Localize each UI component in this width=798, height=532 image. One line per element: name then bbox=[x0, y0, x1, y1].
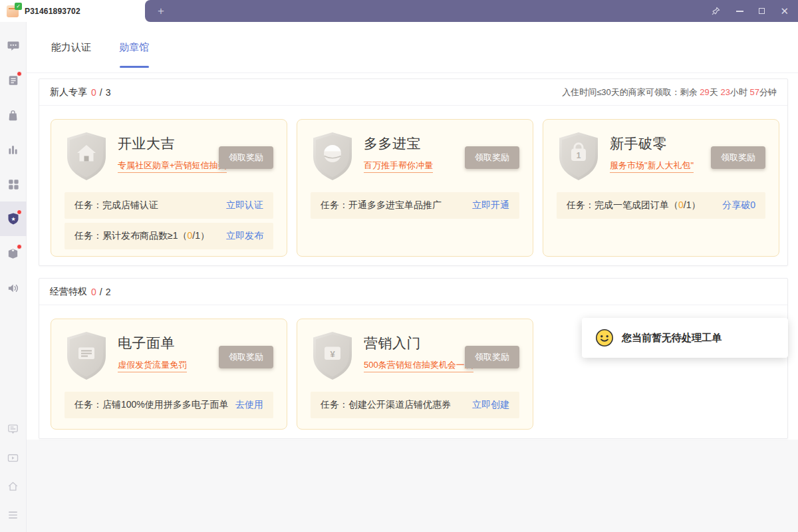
badge-card-grand-opening: 开业大吉 专属社区勋章+营销短信抽奖 领取奖励 任务：完成店铺认证 立即认证 任… bbox=[51, 119, 287, 257]
billboard-icon[interactable] bbox=[0, 415, 27, 444]
section-business-privileges: 经营特权 0 / 2 bbox=[39, 278, 788, 439]
countdown-note: 入住时间≤30天的商家可领取：剩余 29天 23小时 57分钟 bbox=[562, 86, 777, 98]
new-tab-button[interactable]: + bbox=[158, 5, 164, 17]
smiley-icon bbox=[595, 329, 614, 347]
sidebar-bottom-group bbox=[0, 415, 27, 532]
shield-house-icon bbox=[65, 131, 108, 184]
progress-total: 2 bbox=[106, 287, 111, 297]
task-row: 任务：完成一笔成团订单（0/1） 分享破0 bbox=[557, 192, 765, 219]
badge-card-marketing-intro: ¥ 营销入门 500条营销短信抽奖机会一次 领取奖励 任务：创建公开渠道店铺优惠… bbox=[297, 319, 533, 430]
task-row: 任务：开通多多进宝单品推广 立即开通 bbox=[311, 192, 519, 219]
tab-bar: 能力认证 勋章馆 bbox=[27, 22, 798, 72]
window-controls: ✕ bbox=[711, 0, 789, 22]
badge-card-e-waybill: 电子面单 虚假发货流量免罚 领取奖励 任务：店铺100%使用拼多多电子面单 去使… bbox=[51, 319, 287, 430]
task-list: 任务：开通多多进宝单品推广 立即开通 bbox=[311, 192, 519, 219]
countdown-minutes: 57 bbox=[750, 87, 759, 97]
left-sidebar: ★ bbox=[0, 22, 27, 532]
grid-icon[interactable] bbox=[0, 167, 27, 201]
maximize-icon[interactable] bbox=[759, 8, 765, 14]
task-list: 任务：创建公开渠道店铺优惠券 立即创建 bbox=[311, 392, 519, 418]
video-icon[interactable] bbox=[0, 444, 27, 472]
countdown-hours-unit: 小时 bbox=[730, 87, 750, 97]
content-header: 能力认证 勋章馆 bbox=[27, 22, 798, 73]
titlebar-strip: + ✕ bbox=[145, 0, 798, 22]
shield-lock-icon: 1 bbox=[557, 131, 600, 184]
speaker-icon[interactable] bbox=[0, 271, 27, 305]
chat-icon[interactable] bbox=[0, 29, 27, 63]
task-text: 任务：创建公开渠道店铺优惠券 bbox=[321, 399, 451, 411]
page-background bbox=[27, 440, 798, 532]
badge-card-duoduo-jinbao: 多多进宝 百万推手帮你冲量 领取奖励 任务：开通多多进宝单品推广 立即开通 bbox=[297, 119, 533, 257]
task-action-link[interactable]: 分享破0 bbox=[722, 200, 755, 211]
pin-icon[interactable] bbox=[711, 6, 721, 16]
card-subtitle-link[interactable]: 500条营销短信抽奖机会一次 bbox=[364, 359, 473, 372]
section-progress: 经营特权 0 / 2 bbox=[50, 286, 110, 298]
home-icon[interactable] bbox=[0, 472, 27, 501]
tooltip-text: 您当前暂无待处理工单 bbox=[622, 332, 722, 344]
task-row: 任务：创建公开渠道店铺优惠券 立即创建 bbox=[311, 392, 519, 418]
section-header: 新人专享 0 / 3 入住时间≤30天的商家可领取：剩余 29天 23小时 57… bbox=[39, 79, 787, 106]
card-subtitle-link[interactable]: 专属社区勋章+营销短信抽奖 bbox=[118, 160, 227, 173]
claim-reward-button[interactable]: 领取奖励 bbox=[711, 146, 765, 169]
shield-star-icon[interactable]: ★ bbox=[0, 201, 27, 236]
svg-text:¥: ¥ bbox=[330, 349, 335, 359]
shield-ball-icon bbox=[311, 131, 354, 184]
document-icon[interactable] bbox=[0, 63, 27, 98]
svg-text:1: 1 bbox=[577, 151, 581, 160]
claim-reward-button[interactable]: 领取奖励 bbox=[219, 146, 273, 169]
task-text: 任务：完成店铺认证 bbox=[74, 200, 158, 211]
card-subtitle-link[interactable]: 百万推手帮你冲量 bbox=[364, 160, 433, 173]
card-title: 电子面单 bbox=[118, 334, 187, 352]
tab-medal-gallery[interactable]: 勋章馆 bbox=[119, 22, 149, 72]
svg-text:★: ★ bbox=[11, 216, 15, 222]
countdown-days: 29 bbox=[700, 87, 709, 97]
task-row: 任务：累计发布商品数≥1（0/1） 立即发布 bbox=[65, 223, 273, 249]
task-action-link[interactable]: 立即认证 bbox=[226, 200, 263, 211]
main-content: 能力认证 勋章馆 新人专享 0 / 3 入住时间≤30天的商家可领取：剩余 29… bbox=[27, 22, 798, 532]
progress-separator: / bbox=[100, 87, 102, 98]
task-action-link[interactable]: 去使用 bbox=[235, 399, 263, 411]
claim-reward-button[interactable]: 领取奖励 bbox=[465, 346, 519, 368]
card-subtitle-link[interactable]: 虚假发货流量免罚 bbox=[118, 359, 187, 372]
task-action-link[interactable]: 立即创建 bbox=[472, 399, 509, 411]
shopping-bag-icon[interactable] bbox=[0, 98, 27, 132]
menu-icon[interactable] bbox=[0, 501, 27, 529]
package-icon[interactable] bbox=[0, 236, 27, 271]
notification-badge bbox=[17, 244, 22, 249]
countdown-minutes-unit: 分钟 bbox=[759, 87, 777, 97]
badge-card-first-order: 1 新手破零 服务市场"新人大礼包" 领取奖励 任务：完成一笔成团订单（0/1）… bbox=[543, 119, 779, 257]
app-icon bbox=[7, 5, 19, 17]
card-subtitle-link[interactable]: 服务市场"新人大礼包" bbox=[610, 160, 694, 173]
section-title: 经营特权 bbox=[50, 286, 87, 298]
progress-separator: / bbox=[100, 287, 102, 297]
task-list: 任务：店铺100%使用拼多多电子面单 去使用 bbox=[65, 392, 273, 418]
countdown-days-unit: 天 bbox=[710, 87, 721, 97]
bar-chart-icon[interactable] bbox=[0, 132, 27, 167]
task-row: 任务：完成店铺认证 立即认证 bbox=[65, 192, 273, 219]
close-icon[interactable]: ✕ bbox=[780, 6, 789, 16]
progress-total: 3 bbox=[106, 87, 111, 98]
task-action-link[interactable]: 立即开通 bbox=[472, 200, 509, 211]
task-text: 任务：累计发布商品数≥1（0/1） bbox=[74, 230, 209, 242]
tab-title: P31461893702 bbox=[25, 7, 80, 16]
countdown-prefix: 入住时间≤30天的商家可领取：剩余 bbox=[562, 87, 700, 97]
section-progress: 新人专享 0 / 3 bbox=[50, 86, 110, 98]
countdown-hours: 23 bbox=[720, 87, 730, 97]
no-tickets-tooltip: 您当前暂无待处理工单 bbox=[582, 318, 788, 358]
shield-coupon-icon: ¥ bbox=[311, 331, 354, 384]
card-title: 开业大吉 bbox=[118, 134, 227, 153]
task-action-link[interactable]: 立即发布 bbox=[226, 230, 263, 242]
task-row: 任务：店铺100%使用拼多多电子面单 去使用 bbox=[65, 392, 273, 418]
claim-reward-button[interactable]: 领取奖励 bbox=[465, 146, 519, 169]
titlebar: P31461893702 + ✕ bbox=[0, 0, 798, 22]
section-header: 经营特权 0 / 2 bbox=[39, 279, 787, 305]
card-title: 营销入门 bbox=[364, 334, 473, 352]
tab-capability-certification[interactable]: 能力认证 bbox=[51, 22, 91, 72]
card-row: 开业大吉 专属社区勋章+营销短信抽奖 领取奖励 任务：完成店铺认证 立即认证 任… bbox=[39, 106, 787, 267]
minimize-icon[interactable] bbox=[736, 11, 743, 12]
claim-reward-button[interactable]: 领取奖励 bbox=[219, 346, 273, 368]
notification-badge bbox=[17, 71, 22, 76]
shield-receipt-icon bbox=[65, 331, 108, 384]
window-tab[interactable]: P31461893702 bbox=[0, 0, 145, 22]
card-title: 多多进宝 bbox=[364, 134, 433, 153]
